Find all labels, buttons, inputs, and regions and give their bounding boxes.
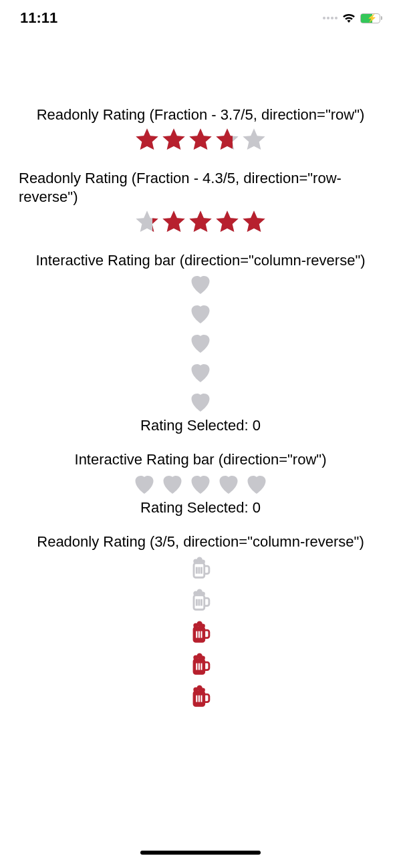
section-interactive-col-reverse: Interactive Rating bar (direction="colum…: [19, 251, 382, 435]
beer-icon: [188, 587, 213, 613]
section-readonly-row: Readonly Rating (Fraction - 3.7/5, direc…: [19, 106, 382, 153]
svg-point-20: [200, 623, 205, 628]
svg-point-27: [200, 656, 205, 660]
beer-icon: [188, 555, 213, 581]
cellular-dots-icon: [323, 17, 338, 19]
rating-selected-label: Rating Selected: 0: [19, 417, 382, 434]
beer-icon: [188, 683, 213, 710]
star-icon: [214, 208, 241, 235]
star-rating-row: [19, 126, 382, 153]
heart-icon[interactable]: [217, 472, 241, 495]
heart-icon[interactable]: [245, 472, 269, 495]
battery-icon: ⚡: [360, 13, 382, 23]
heart-icon[interactable]: [188, 472, 213, 495]
heart-icon[interactable]: [188, 331, 213, 354]
svg-point-34: [200, 688, 205, 692]
rating-selected-label: Rating Selected: 0: [19, 499, 382, 517]
section-title: Interactive Rating bar (direction="colum…: [19, 251, 382, 271]
star-icon: [187, 208, 214, 235]
section-title: Readonly Rating (Fraction - 4.3/5, direc…: [19, 169, 382, 207]
home-indicator[interactable]: [140, 851, 261, 855]
svg-point-13: [200, 591, 205, 596]
star-icon: [241, 126, 267, 153]
content: Readonly Rating (Fraction - 3.7/5, direc…: [0, 32, 401, 726]
star-rating-row-reverse: [19, 208, 382, 235]
heart-icon[interactable]: [188, 361, 213, 384]
heart-icon[interactable]: [188, 390, 213, 413]
star-icon: [214, 126, 241, 153]
heart-icon[interactable]: [188, 273, 213, 295]
heart-icon[interactable]: [188, 302, 213, 325]
section-title: Readonly Rating (Fraction - 3.7/5, direc…: [19, 106, 382, 125]
beer-rating-column: [19, 555, 382, 710]
star-icon: [134, 126, 160, 153]
heart-rating-column: [19, 273, 382, 413]
section-readonly-col-reverse-beer: Readonly Rating (3/5, direction="column-…: [19, 533, 382, 710]
status-time: 11:11: [20, 9, 57, 27]
status-bar: 11:11 ⚡: [0, 0, 401, 32]
section-readonly-row-reverse: Readonly Rating (Fraction - 4.3/5, direc…: [19, 169, 382, 235]
star-icon: [241, 208, 267, 235]
beer-icon: [188, 619, 213, 645]
star-icon: [134, 208, 160, 235]
section-interactive-row: Interactive Rating bar (direction="row")…: [19, 450, 382, 517]
status-indicators: ⚡: [323, 13, 382, 23]
star-icon: [160, 208, 187, 235]
section-title: Readonly Rating (3/5, direction="column-…: [19, 533, 382, 552]
star-icon: [187, 126, 214, 153]
beer-icon: [188, 651, 213, 678]
svg-point-6: [200, 559, 205, 564]
heart-icon[interactable]: [160, 472, 184, 495]
heart-rating-row: [19, 472, 382, 495]
wifi-icon: [342, 13, 356, 23]
star-icon: [160, 126, 187, 153]
section-title: Interactive Rating bar (direction="row"): [19, 450, 382, 470]
heart-icon[interactable]: [132, 472, 156, 495]
